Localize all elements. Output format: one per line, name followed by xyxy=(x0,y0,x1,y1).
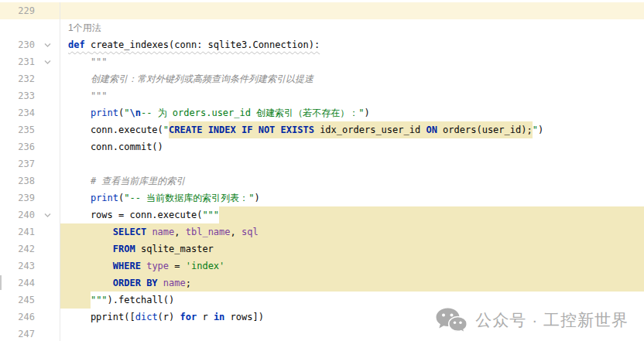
code-token: idx_orders_user_id xyxy=(314,121,426,138)
line-number[interactable]: 244 xyxy=(0,275,35,292)
line-number[interactable]: 241 xyxy=(0,223,35,240)
code-token: = xyxy=(169,257,186,275)
code-line: 236 conn.commit() xyxy=(0,138,644,155)
sql-injection-highlight xyxy=(219,206,644,223)
code-token: ).fetchall() xyxy=(108,292,175,309)
code-token: ( xyxy=(118,104,124,121)
code-content[interactable]: ORDER BY name; xyxy=(60,275,644,292)
code-content[interactable] xyxy=(60,326,644,341)
code-token: 'index' xyxy=(186,257,225,275)
code-line: 238 # 查看当前库里的索引 xyxy=(0,172,644,189)
code-token: ; xyxy=(186,275,191,292)
line-number[interactable]: 233 xyxy=(0,87,35,104)
line-number[interactable]: 234 xyxy=(0,104,35,121)
line-number[interactable]: 239 xyxy=(0,189,35,206)
code-token: conn.commit() xyxy=(68,138,163,155)
code-token: WHERE xyxy=(113,257,141,275)
code-content[interactable]: print("\n-- 为 orders.user_id 创建索引（若不存在）：… xyxy=(60,104,644,121)
fold-gutter-space xyxy=(35,292,60,309)
line-number[interactable]: 232 xyxy=(0,70,35,87)
code-line: 243 WHERE type = 'index' xyxy=(0,257,644,275)
code-editor: 2291个用法230def create_indexes(conn: sqlit… xyxy=(0,0,644,341)
code-token: r xyxy=(197,309,214,326)
code-token xyxy=(68,240,113,257)
code-content[interactable]: conn.execute("CREATE INDEX IF NOT EXISTS… xyxy=(60,121,644,138)
line-number[interactable] xyxy=(0,19,35,36)
code-content[interactable]: pprint([dict(r) for r in rows]) xyxy=(60,309,644,326)
line-number[interactable]: 243 xyxy=(0,257,35,275)
code-token: rows = conn.execute( xyxy=(68,206,202,223)
gutter: 233 xyxy=(0,87,60,104)
scroll-marker xyxy=(0,275,2,290)
code-token: sqlite_master xyxy=(135,240,214,257)
code-token: CREATE INDEX IF NOT EXISTS xyxy=(169,121,314,138)
code-token: 创建索引：常对外键列或高频查询条件列建索引以提速 xyxy=(68,70,313,87)
line-number[interactable]: 235 xyxy=(0,121,35,138)
fold-gutter-space xyxy=(35,2,60,19)
line-number[interactable]: 237 xyxy=(0,155,35,172)
code-content[interactable]: SELECT name, tbl_name, sql xyxy=(60,223,644,240)
code-token xyxy=(68,189,91,206)
code-token: , xyxy=(174,223,185,240)
code-token: """ xyxy=(68,87,108,104)
fold-gutter-space xyxy=(35,172,60,189)
code-line: 232 创建索引：常对外键列或高频查询条件列建索引以提速 xyxy=(0,70,644,87)
gutter: 246 xyxy=(0,309,60,326)
code-token: sql xyxy=(242,223,259,240)
line-number[interactable]: 238 xyxy=(0,172,35,189)
usages-inlay-hint[interactable]: 1个用法 xyxy=(68,19,101,36)
line-number[interactable]: 231 xyxy=(0,53,35,70)
line-number[interactable]: 245 xyxy=(0,292,35,309)
code-token: in xyxy=(214,309,224,326)
gutter: 229 xyxy=(0,2,60,19)
code-token: conn.execute( xyxy=(68,121,163,138)
code-content[interactable]: conn.commit() xyxy=(60,138,644,155)
code-token: " xyxy=(533,121,538,138)
line-number[interactable]: 236 xyxy=(0,138,35,155)
code-token xyxy=(141,257,146,275)
line-number[interactable]: 230 xyxy=(0,36,35,53)
gutter: 240 xyxy=(0,206,60,223)
line-number[interactable]: 242 xyxy=(0,240,35,257)
code-content[interactable]: WHERE type = 'index' xyxy=(60,257,644,275)
line-number[interactable]: 240 xyxy=(0,206,35,223)
code-line: 239 print("-- 当前数据库的索引列表：") xyxy=(0,189,644,206)
line-number[interactable]: 247 xyxy=(0,326,35,341)
code-token: orders(user_id); xyxy=(437,121,533,138)
fold-chevron-icon[interactable] xyxy=(35,36,60,53)
code-line: 229 xyxy=(0,2,644,19)
code-content[interactable]: rows = conn.execute(""" xyxy=(60,206,644,223)
code-content[interactable]: def create_indexes(conn: sqlite3.Connect… xyxy=(60,36,644,53)
code-token: " xyxy=(163,121,169,138)
code-content[interactable] xyxy=(60,2,644,19)
code-token: create_indexes(conn: sqlite3.Connection)… xyxy=(91,36,320,53)
fold-gutter-space xyxy=(35,19,60,36)
code-token xyxy=(146,223,152,240)
code-token: """ xyxy=(202,206,219,223)
gutter: 237 xyxy=(0,155,60,172)
gutter: 241 xyxy=(0,223,60,240)
gutter xyxy=(0,19,60,36)
gutter: 245 xyxy=(0,292,60,309)
code-token xyxy=(158,275,163,292)
code-token: """ xyxy=(68,53,108,70)
code-content[interactable]: 创建索引：常对外键列或高频查询条件列建索引以提速 xyxy=(60,70,644,87)
code-content[interactable]: """ xyxy=(60,87,644,104)
line-number[interactable]: 229 xyxy=(0,2,35,19)
code-content[interactable] xyxy=(60,155,644,172)
code-content[interactable]: 1个用法 xyxy=(60,19,644,36)
fold-chevron-icon[interactable] xyxy=(35,53,60,70)
code-token: ( xyxy=(118,189,124,206)
code-content[interactable]: FROM sqlite_master xyxy=(60,240,644,257)
code-token: ) xyxy=(538,121,543,138)
code-content[interactable]: """).fetchall() xyxy=(60,292,644,309)
fold-chevron-icon[interactable] xyxy=(35,206,60,223)
code-content[interactable]: print("-- 当前数据库的索引列表：") xyxy=(60,189,644,206)
line-number[interactable]: 246 xyxy=(0,309,35,326)
code-token: dict xyxy=(135,309,158,326)
code-content[interactable]: # 查看当前库里的索引 xyxy=(60,172,644,189)
code-content[interactable]: """ xyxy=(60,53,644,70)
fold-gutter-space xyxy=(35,87,60,104)
fold-gutter-space xyxy=(35,70,60,87)
code-token: """ xyxy=(91,292,108,309)
